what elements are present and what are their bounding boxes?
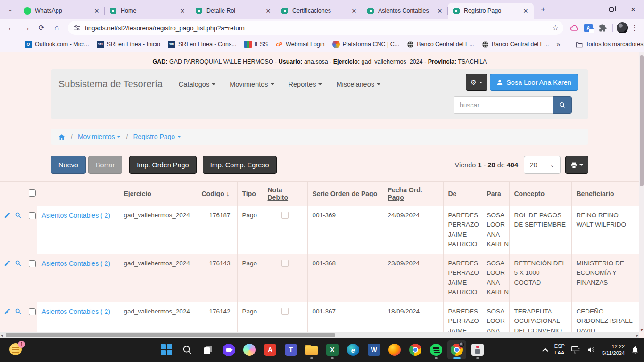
acrobat-app[interactable]: A [261,340,280,359]
edit-pencil-icon[interactable] [4,260,11,267]
vertical-scrollbar[interactable] [639,52,644,332]
tab-whatsapp[interactable]: WhatsApp ✕ [19,3,105,19]
tab-search-button[interactable]: ⌄ [4,3,17,16]
address-bar[interactable]: fingads.net/sf2/tesoreria/registro_pago_… [68,21,563,35]
browser-menu-icon[interactable]: ⋮ [630,24,639,32]
header-para[interactable]: Para [482,182,509,206]
language-indicator[interactable]: ESP LAA [554,343,565,356]
header-de[interactable]: De [443,182,482,206]
asientos-contables-link[interactable]: Asientos Contables ( 2) [42,212,111,219]
header-ejercicio[interactable]: Ejercicio [119,182,197,206]
header-beneficiario[interactable]: Beneficiario [571,182,639,206]
extensions-puzzle-icon[interactable] [596,22,609,34]
borrar-button[interactable]: Borrar [88,156,122,174]
user-button[interactable]: Sosa Loor Ana Karen [490,74,578,91]
file-explorer-app[interactable] [302,340,321,359]
video-chat-app[interactable] [219,340,238,359]
tab-asientos-contables[interactable]: Asientos Contables ✕ [362,3,448,19]
tab-registro-pago[interactable]: Registro Pago ✕ [448,3,534,19]
network-icon[interactable] [571,346,580,354]
bookmark-star-icon[interactable]: ☆ [553,24,559,32]
search-button[interactable] [553,96,572,114]
minimize-button[interactable]: — [579,0,601,19]
profile-avatar[interactable] [617,22,628,33]
header-codigo[interactable]: Codigo ↓ [197,182,237,206]
imp-comp-egreso-button[interactable]: Imp. Comp. Egreso [203,156,277,174]
print-button[interactable] [565,156,588,174]
menu-movimientos[interactable]: Movimientos [230,81,274,88]
firefox-app[interactable] [385,340,404,359]
spotify-app[interactable] [427,340,446,359]
horizontal-scrollbar[interactable]: ◂ ▸ [0,332,639,338]
settings-gear-button[interactable]: ⚙ [466,74,487,91]
home-icon[interactable]: ⌂ [50,21,63,34]
chrome-app[interactable] [406,340,425,359]
tab-close-icon[interactable]: ✕ [521,7,530,15]
vertical-scrollbar-thumb[interactable] [640,55,644,186]
page-size-select[interactable]: 20 ⌄ [524,156,561,174]
header-select-all[interactable] [24,182,37,206]
all-bookmarks-button[interactable]: Todos los marcadores [576,41,643,48]
scroll-left-arrow[interactable]: ◂ [1,333,3,337]
back-icon[interactable]: ← [5,21,18,34]
word-app[interactable]: W [364,340,383,359]
task-view-button[interactable] [198,340,217,359]
tab-detalle-rol[interactable]: Detalle Rol ✕ [190,3,276,19]
reload-icon[interactable]: ⟳ [35,21,48,34]
scroll-right-arrow[interactable]: ▸ [636,333,638,337]
bookmark-banco-central-2[interactable]: Banco Central del E... [482,41,549,48]
taskbar-notification-app[interactable]: 1 [9,343,23,356]
forward-icon[interactable]: → [20,21,33,34]
view-magnifier-icon[interactable] [15,308,22,315]
site-info-icon[interactable] [74,24,81,32]
close-button[interactable]: ✕ [622,0,644,19]
asientos-contables-link[interactable]: Asientos Contables ( 2) [42,308,111,315]
chrome-profile-app[interactable] [447,340,466,359]
asientos-contables-link[interactable]: Asientos Contables ( 2) [42,260,111,267]
weather-extension-icon[interactable] [568,22,580,34]
new-tab-button[interactable]: + [537,3,550,16]
header-serie[interactable]: Serie Orden de Pago [307,182,383,206]
edge-app[interactable]: e [344,340,363,359]
bookmark-outlook[interactable]: O Outlook.com - Micr... [25,41,89,48]
select-all-checkbox[interactable] [29,189,36,197]
java-app[interactable] [468,340,487,359]
volume-icon[interactable] [586,346,596,354]
bookmark-cnc[interactable]: Plataforma CNC | C... [332,41,400,48]
bookmark-banco-central-1[interactable]: Banco Central del E... [407,41,474,48]
tab-close-icon[interactable]: ✕ [436,7,444,15]
home-breadcrumb-icon[interactable] [58,133,66,140]
taskbar-search-button[interactable] [178,340,197,359]
row-checkbox[interactable] [29,308,36,315]
nuevo-button[interactable]: Nuevo [51,156,86,174]
copilot-app[interactable] [240,340,259,359]
row-checkbox[interactable] [29,212,36,219]
excel-app[interactable]: X [323,340,342,359]
translate-icon[interactable]: A [582,22,594,34]
header-fecha[interactable]: Fecha Ord. Pago [383,182,443,206]
search-input[interactable] [454,96,553,114]
start-button[interactable] [157,340,176,359]
breadcrumb-movimientos[interactable]: Movimientos [78,133,121,140]
row-checkbox[interactable] [29,260,36,267]
scroll-down-arrow[interactable] [640,329,643,331]
header-tipo[interactable]: Tipo [237,182,263,206]
bookmark-webmail[interactable]: cP Webmail Login [275,41,324,48]
maximize-button[interactable] [601,0,622,19]
tab-close-icon[interactable]: ✕ [264,7,272,15]
tab-close-icon[interactable]: ✕ [350,7,358,15]
imp-orden-pago-button[interactable]: Imp. Orden Pago [129,156,196,174]
notifications-bell-icon[interactable] [631,346,639,354]
edit-pencil-icon[interactable] [4,308,11,315]
view-magnifier-icon[interactable] [15,260,22,267]
teams-app[interactable]: T [281,340,300,359]
tray-chevron-up-icon[interactable] [542,348,548,354]
bookmark-sri-consultas[interactable]: SRI SRI en Línea - Cons... [168,41,237,48]
horizontal-scrollbar-thumb[interactable] [6,333,335,337]
header-nota-debito[interactable]: Nota Debito [263,182,307,206]
bookmarks-overflow-chevron[interactable]: » [556,41,560,48]
tab-close-icon[interactable]: ✕ [178,7,187,15]
tab-close-icon[interactable]: ✕ [92,7,101,15]
edit-pencil-icon[interactable] [4,212,11,219]
clock[interactable]: 12:22 5/11/2024 [602,343,625,357]
